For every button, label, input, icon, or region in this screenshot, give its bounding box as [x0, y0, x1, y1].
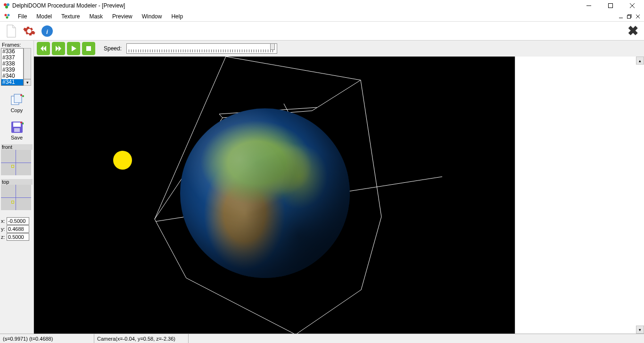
x-label: x:	[1, 218, 7, 224]
y-label: y:	[1, 226, 7, 232]
menubar: File Model Texture Mask Preview Window H…	[0, 11, 644, 22]
frames-listbox[interactable]: #336#337#338#339#340#341	[1, 48, 24, 86]
titlebar: DelphiDOOM Procedural Modeler - [Preview…	[0, 0, 644, 11]
new-document-button[interactable]	[4, 24, 19, 39]
fast-forward-button[interactable]	[52, 42, 65, 55]
svg-line-34	[186, 278, 296, 334]
svg-marker-29	[58, 46, 61, 51]
svg-point-20	[22, 95, 24, 97]
playbar: Speed:	[34, 41, 644, 57]
frames-label: Frames:	[1, 41, 33, 48]
frames-dropdown-button[interactable]: ▾	[24, 79, 31, 86]
toolbar: i ✖	[0, 22, 644, 41]
frame-item[interactable]: #341	[1, 79, 23, 85]
svg-point-9	[6, 16, 8, 18]
scroll-down-button[interactable]: ▾	[636, 326, 644, 334]
sidebar: Frames: #336#337#338#339#340#341 ▾ Copy …	[0, 41, 34, 334]
svg-marker-28	[56, 46, 58, 51]
play-button[interactable]	[67, 42, 80, 55]
save-button[interactable]: Save	[1, 121, 33, 140]
front-view-thumb[interactable]: front	[1, 144, 33, 175]
speed-label: Speed:	[104, 45, 122, 52]
light-gizmo[interactable]	[113, 151, 132, 170]
3d-viewport[interactable]	[34, 57, 515, 334]
front-view-caption: front	[1, 144, 33, 150]
save-label: Save	[11, 135, 23, 140]
svg-line-38	[296, 290, 361, 334]
frames-scrollbar[interactable]	[24, 48, 31, 79]
top-view-caption: top	[1, 179, 33, 185]
svg-rect-31	[86, 46, 91, 51]
info-button[interactable]: i	[40, 24, 55, 39]
z-input[interactable]	[7, 233, 29, 241]
scroll-up-button[interactable]: ▴	[636, 57, 644, 65]
status-empty	[189, 334, 644, 343]
menu-window[interactable]: Window	[137, 12, 167, 21]
status-st: (s=0.9971) (t=0.4688)	[0, 334, 94, 343]
svg-point-1	[7, 3, 9, 6]
svg-point-8	[8, 14, 10, 16]
minimize-button[interactable]	[578, 0, 600, 11]
svg-line-36	[361, 80, 381, 217]
svg-line-35	[226, 57, 361, 80]
main-panel: Speed:	[34, 41, 644, 334]
settings-button[interactable]	[22, 24, 37, 39]
svg-rect-22	[13, 122, 21, 127]
right-panel: ▴ ▾	[515, 57, 644, 334]
svg-rect-23	[14, 128, 20, 132]
y-input[interactable]	[7, 225, 29, 233]
svg-rect-12	[627, 16, 631, 18]
z-label: z:	[1, 234, 7, 240]
top-view-thumb[interactable]: top	[1, 179, 33, 210]
svg-line-37	[361, 217, 381, 290]
statusbar: (s=0.9971) (t=0.4688) Camera(x=-0.04, y=…	[0, 334, 644, 343]
coordinates-panel: x: y: z:	[1, 217, 33, 241]
menu-help[interactable]: Help	[166, 12, 188, 21]
svg-marker-30	[72, 46, 76, 51]
status-camera: Camera(x=-0.04, y=0.58, z=-2.36)	[94, 334, 189, 343]
svg-point-2	[5, 6, 8, 8]
rewind-button[interactable]	[37, 42, 50, 55]
mdi-restore-button[interactable]	[626, 13, 633, 20]
mdi-close-button[interactable]	[634, 13, 642, 20]
mdi-minimize-button[interactable]	[617, 13, 625, 20]
svg-rect-4	[609, 4, 613, 8]
x-input[interactable]	[7, 217, 29, 225]
close-button[interactable]	[621, 0, 643, 11]
svg-point-7	[5, 14, 7, 16]
menu-file[interactable]: File	[13, 12, 32, 21]
earth-model	[180, 108, 350, 278]
app-icon-small	[4, 13, 11, 20]
svg-line-42	[219, 114, 223, 118]
menu-mask[interactable]: Mask	[84, 12, 107, 21]
app-icon	[3, 2, 10, 9]
speed-slider-thumb[interactable]	[270, 43, 275, 50]
svg-line-33	[155, 219, 186, 278]
svg-point-19	[20, 94, 22, 96]
copy-label: Copy	[11, 107, 23, 113]
panel-close-button[interactable]: ✖	[625, 24, 640, 39]
speed-slider[interactable]	[126, 43, 277, 54]
copy-button[interactable]: Copy	[1, 93, 33, 113]
menu-texture[interactable]: Texture	[57, 12, 84, 21]
svg-marker-26	[41, 46, 43, 51]
maximize-button[interactable]	[600, 0, 621, 11]
stop-button[interactable]	[82, 42, 95, 55]
svg-marker-27	[43, 46, 46, 51]
svg-line-41	[312, 80, 361, 111]
window-title: DelphiDOOM Procedural Modeler - [Preview…	[12, 2, 125, 9]
svg-point-0	[4, 3, 7, 6]
menu-model[interactable]: Model	[32, 12, 57, 21]
svg-point-24	[20, 122, 22, 123]
menu-preview[interactable]: Preview	[107, 12, 137, 21]
